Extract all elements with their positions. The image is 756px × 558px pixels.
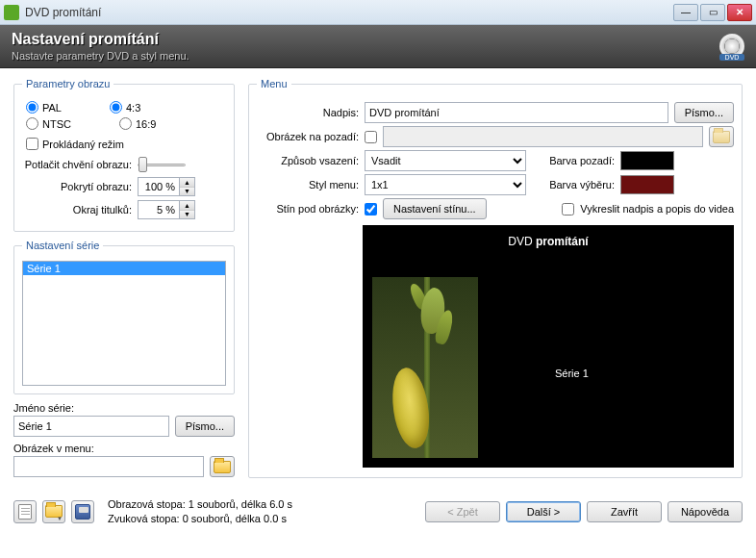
browse-menu-image-button[interactable] [210, 456, 235, 477]
dvd-icon [719, 34, 744, 59]
input-series-name[interactable] [13, 416, 169, 437]
swatch-bg-color[interactable] [620, 151, 674, 170]
legend-series-settings: Nastavení série [22, 240, 103, 251]
check-shadow[interactable] [365, 203, 377, 216]
label-series-name: Jméno série: [13, 402, 235, 414]
header-subtitle: Nastavte parametry DVD a styl menu. [12, 50, 719, 62]
font-button-series[interactable]: Písmo... [175, 416, 235, 437]
radio-pal[interactable]: PAL [26, 101, 62, 114]
preview-area: DVD promítání Série 1 [363, 225, 734, 468]
label-draw-caption-video: Vykreslit nadpis a popis do videa [580, 203, 734, 215]
radio-ntsc-input[interactable] [26, 117, 38, 130]
check-bg-image[interactable] [365, 131, 377, 143]
legend-image-params: Parametry obrazu [22, 78, 113, 89]
toolbar-save-button[interactable] [71, 500, 94, 523]
label-menu-style: Styl menu: [257, 179, 359, 190]
select-fit-method[interactable]: Vsadit [365, 150, 526, 171]
footer: ▼ Obrazová stopa: 1 souborů, délka 6.0 s… [0, 492, 756, 536]
disk-icon [75, 504, 90, 520]
input-subtitle-margin[interactable] [138, 200, 180, 219]
toolbar-new-button[interactable] [13, 500, 37, 523]
radio-ntsc[interactable]: NTSC [26, 117, 71, 130]
titlebar: DVD promítání — ▭ ✕ [0, 0, 756, 25]
back-button[interactable]: < Zpět [425, 501, 500, 522]
status-audio: Zvuková stopa: 0 souborů, délka 0.0 s [108, 512, 419, 526]
maximize-button[interactable]: ▭ [700, 4, 725, 21]
radio-169-input[interactable] [119, 117, 132, 130]
group-image-params: Parametry obrazu PAL 4:3 NTSC 1 [13, 78, 235, 232]
label-interlaced: Prokládaný režim [42, 139, 124, 150]
group-menu: Menu Nadpis: Písmo... Obrázek na pozadí:… [248, 78, 743, 478]
label-subtitle-margin: Okraj titulků: [22, 204, 138, 216]
header-title: Nastavení promítání [12, 31, 719, 48]
label-suppress-shake: Potlačit chvění obrazu: [22, 159, 138, 170]
input-coverage[interactable] [138, 177, 180, 196]
status-video: Obrazová stopa: 1 souborů, délka 6.0 s [108, 497, 419, 512]
font-button-caption[interactable]: Písmo... [674, 102, 734, 123]
radio-aspect43[interactable]: 4:3 [110, 101, 140, 114]
label-coverage: Pokrytí obrazu: [22, 181, 138, 192]
label-bg-color: Barva pozadí: [542, 155, 615, 166]
preview-thumbnail [372, 277, 478, 458]
close-button-footer[interactable]: Zavřít [587, 501, 662, 522]
label-fit-method: Způsob vsazení: [257, 155, 359, 166]
minimize-button[interactable]: — [673, 4, 698, 21]
radio-pal-input[interactable] [26, 101, 38, 114]
check-draw-caption-video[interactable] [562, 203, 574, 216]
label-bg-image: Obrázek na pozadí: [257, 131, 359, 142]
input-caption[interactable] [365, 102, 668, 123]
next-button[interactable]: Další > [506, 501, 581, 522]
input-menu-image[interactable] [13, 456, 204, 477]
browse-bg-image-button[interactable] [709, 126, 734, 147]
toolbar-open-button[interactable]: ▼ [42, 500, 65, 523]
radio-43-input[interactable] [110, 101, 122, 114]
slider-suppress-shake[interactable] [138, 156, 226, 173]
label-sel-color: Barva výběru: [542, 179, 615, 190]
preview-series-label: Série 1 [555, 368, 589, 379]
window-title: DVD promítání [25, 6, 671, 19]
subtitle-margin-spinner[interactable]: ▲▼ [180, 200, 195, 219]
input-bg-image[interactable] [383, 126, 703, 147]
label-caption: Nadpis: [257, 107, 359, 118]
shadow-settings-button[interactable]: Nastavení stínu... [383, 198, 487, 219]
folder-icon [713, 131, 730, 143]
radio-aspect169[interactable]: 16:9 [119, 117, 156, 130]
help-button[interactable]: Nápověda [668, 501, 743, 522]
label-shadow: Stín pod obrázky: [257, 203, 359, 215]
label-menu-image: Obrázek v menu: [13, 443, 235, 454]
select-menu-style[interactable]: 1x1 [365, 174, 526, 195]
legend-menu: Menu [257, 78, 291, 89]
app-icon [4, 5, 19, 20]
coverage-spinner[interactable]: ▲▼ [180, 177, 195, 196]
list-series[interactable]: Série 1 [22, 261, 226, 386]
status-text: Obrazová stopa: 1 souborů, délka 6.0 s Z… [108, 497, 419, 526]
preview-title: DVD promítání [363, 225, 734, 248]
close-button[interactable]: ✕ [727, 4, 752, 21]
content-area: Parametry obrazu PAL 4:3 NTSC 1 [0, 68, 756, 492]
check-interlaced[interactable] [26, 138, 38, 150]
chevron-down-icon: ▼ [57, 516, 63, 521]
swatch-sel-color[interactable] [620, 175, 674, 194]
group-series-settings: Nastavení série Série 1 [13, 240, 235, 394]
folder-icon [214, 461, 231, 473]
list-item[interactable]: Série 1 [23, 262, 225, 275]
page-icon [18, 504, 32, 520]
header-panel: Nastavení promítání Nastavte parametry D… [0, 25, 756, 68]
